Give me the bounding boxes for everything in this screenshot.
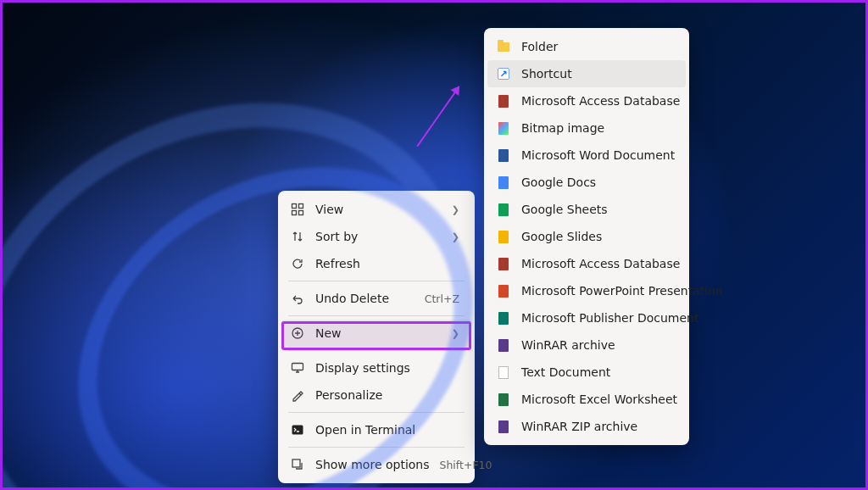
svg-rect-5 [292, 364, 303, 370]
menu-shortcut: Ctrl+Z [425, 292, 459, 305]
menu-label: Shortcut [521, 67, 674, 81]
menu-label: Microsoft Access Database [521, 257, 680, 270]
menu-label: Open in Terminal [315, 423, 459, 437]
sort-icon [290, 229, 305, 244]
menu-label: Sort by [315, 230, 442, 243]
menu-label: Microsoft Word Document [521, 148, 675, 162]
menu-separator [288, 281, 465, 281]
more-icon [290, 457, 305, 472]
menu-item-view[interactable]: View ❯ [281, 196, 471, 223]
annotation-arrow [416, 86, 459, 147]
menu-item-display-settings[interactable]: Display settings [281, 354, 471, 381]
menu-label: Personalize [315, 388, 459, 402]
submenu-item-bitmap[interactable]: Bitmap image [487, 114, 686, 142]
submenu-item-access-2[interactable]: Microsoft Access Database [487, 250, 686, 277]
menu-label: Undo Delete [315, 292, 415, 305]
terminal-icon [290, 422, 305, 437]
submenu-item-excel[interactable]: Microsoft Excel Worksheet [487, 386, 686, 413]
submenu-item-winrar-zip[interactable]: WinRAR ZIP archive [487, 413, 686, 440]
excel-icon [496, 392, 511, 407]
submenu-item-word[interactable]: Microsoft Word Document [487, 142, 686, 169]
svg-rect-6 [292, 426, 303, 435]
annotation-highlight-new [281, 321, 471, 350]
menu-label: Microsoft Publisher Document [521, 311, 698, 325]
submenu-item-winrar[interactable]: WinRAR archive [487, 331, 686, 359]
menu-item-sort-by[interactable]: Sort by ❯ [281, 223, 471, 250]
desktop-context-menu: View ❯ Sort by ❯ Refresh Undo Delete Ctr… [278, 191, 475, 483]
shortcut-icon: ↗ [496, 66, 511, 81]
display-icon [290, 360, 305, 376]
gsheet-icon [496, 202, 511, 217]
rar-icon [496, 337, 511, 353]
menu-label: View [315, 203, 442, 216]
menu-label: Microsoft Access Database [521, 94, 680, 108]
menu-label: Microsoft PowerPoint Presentation [521, 284, 723, 298]
svg-point-4 [292, 328, 303, 338]
menu-item-open-terminal[interactable]: Open in Terminal [281, 416, 471, 443]
menu-label: WinRAR ZIP archive [521, 420, 674, 433]
menu-separator [288, 447, 465, 448]
menu-label: Text Document [521, 365, 674, 379]
submenu-item-google-sheets[interactable]: Google Sheets [487, 196, 686, 223]
menu-separator [288, 350, 465, 351]
submenu-item-google-slides[interactable]: Google Slides [487, 223, 686, 250]
ppt-icon [496, 283, 511, 298]
submenu-item-folder[interactable]: Folder [487, 33, 686, 60]
menu-label: Google Docs [521, 175, 674, 189]
submenu-item-text[interactable]: Text Document [487, 359, 686, 386]
menu-label: Bitmap image [521, 121, 674, 135]
svg-rect-7 [292, 459, 300, 467]
menu-label: Google Slides [521, 230, 674, 243]
menu-separator [288, 412, 465, 413]
submenu-item-google-docs[interactable]: Google Docs [487, 169, 686, 196]
menu-label: Show more options [315, 458, 430, 471]
access-icon [496, 93, 511, 109]
menu-label: Display settings [315, 361, 459, 375]
menu-item-refresh[interactable]: Refresh [281, 250, 471, 277]
new-submenu: Folder ↗ Shortcut Microsoft Access Datab… [484, 28, 689, 445]
svg-rect-0 [292, 204, 297, 209]
submenu-item-access[interactable]: Microsoft Access Database [487, 87, 686, 114]
undo-icon [290, 291, 305, 306]
publisher-icon [496, 310, 511, 326]
refresh-icon [290, 256, 305, 271]
menu-label: New [315, 326, 442, 340]
word-icon [496, 148, 511, 163]
menu-label: WinRAR archive [521, 338, 674, 352]
personalize-icon [290, 387, 305, 403]
svg-rect-3 [299, 211, 303, 215]
chevron-right-icon: ❯ [452, 231, 459, 242]
chevron-right-icon: ❯ [452, 204, 459, 215]
menu-separator [288, 315, 465, 316]
desktop-wallpaper: View ❯ Sort by ❯ Refresh Undo Delete Ctr… [3, 3, 865, 487]
view-icon [290, 202, 305, 217]
gdoc-icon [496, 175, 511, 190]
menu-item-new[interactable]: New ❯ [281, 320, 471, 347]
menu-shortcut: Shift+F10 [440, 459, 492, 471]
menu-item-show-more-options[interactable]: Show more options Shift+F10 [281, 451, 471, 478]
new-icon [290, 326, 305, 341]
bitmap-icon [496, 120, 511, 136]
access-icon [496, 256, 511, 271]
svg-rect-2 [292, 211, 297, 215]
folder-icon [496, 39, 511, 54]
gslide-icon [496, 229, 511, 244]
submenu-item-publisher[interactable]: Microsoft Publisher Document [487, 304, 686, 331]
menu-item-personalize[interactable]: Personalize [281, 381, 471, 409]
menu-label: Microsoft Excel Worksheet [521, 393, 677, 406]
chevron-right-icon: ❯ [452, 328, 459, 339]
svg-rect-1 [299, 204, 303, 209]
menu-label: Folder [521, 40, 674, 53]
menu-label: Google Sheets [521, 203, 674, 216]
menu-label: Refresh [315, 257, 459, 270]
txt-icon [496, 365, 511, 380]
submenu-item-powerpoint[interactable]: Microsoft PowerPoint Presentation [487, 277, 686, 304]
rar-icon [496, 419, 511, 434]
submenu-item-shortcut[interactable]: ↗ Shortcut [487, 60, 686, 87]
menu-item-undo-delete[interactable]: Undo Delete Ctrl+Z [281, 285, 471, 312]
